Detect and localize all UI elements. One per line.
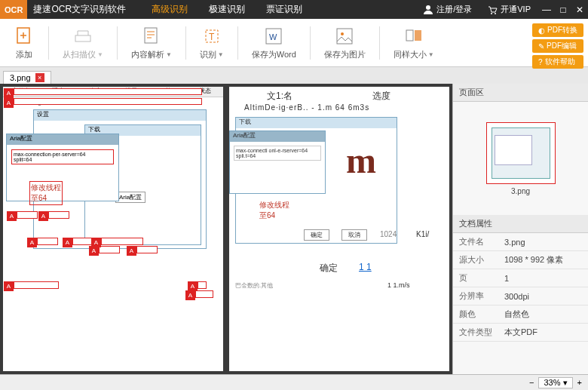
attr-v-2: 1 [498,269,588,287]
toolbar-recognize-label: 识别 [200,49,216,60]
svg-point-1 [491,13,492,14]
r-subrow: AltimDe·ig·erB.. - 1.m 64 6m3s [244,103,369,112]
toolbar-scanner-label: 从扫描仪 [63,49,96,60]
scanner-icon [72,26,93,47]
workarea: 文件名 通度 速度 进展 时间 状态 A Altium Designer 8 1… [0,84,588,374]
auth-button[interactable]: 注册/登录 [415,4,479,15]
toolbar-add[interactable]: 添加 [0,19,48,67]
pill-help[interactable]: ?软件帮助 [532,55,583,69]
recognize-icon: T [201,26,222,47]
save-word-icon: W [263,26,284,47]
aria-body: max-connection-per-server=64 split=64 [11,149,114,164]
pill-help-label: 软件帮助 [545,57,575,67]
side-panel: 页面区 3.png 文档属性 文件名3.png 源大小1098 * 992 像素… [452,84,588,374]
thumb-caption: 3.png [511,187,530,195]
toolbar-same-size[interactable]: 同样大小▼ [380,19,448,67]
svg-text:W: W [269,32,277,41]
attr-k-5: 文件类型 [453,324,498,342]
toolbar-save-word-label: 保存为Word [252,49,296,60]
close-button[interactable]: ✕ [571,5,588,15]
app-name: 捷速OCR文字识别软件 [33,3,126,16]
zoom-in-button[interactable]: + [577,378,582,387]
attr-v-4: 自然色 [498,306,588,324]
r-k1i: K1i/ [416,230,429,238]
tab-fast[interactable]: 极速识别 [198,0,256,19]
toolbar-same-size-label: 同样大小 [394,49,427,60]
toolbar-scanner[interactable]: 从扫描仪▼ [49,19,117,67]
user-icon [423,5,433,15]
zoom-label: 33% [544,378,560,387]
toolbar-recognize[interactable]: T 识别▼ [186,19,237,67]
parse-icon [141,26,162,47]
attr-v-3: 300dpi [498,287,588,306]
vip-button[interactable]: 开通VIP [479,4,538,15]
svg-text:T: T [209,32,215,42]
window-controls: — □ ✕ [538,5,588,15]
r-1024: 1024 [380,230,397,238]
result-pane[interactable]: 文1:名 选度 AltimDe·ig·erB.. - 1.m 64 6m3s 下… [229,87,449,371]
source-pane[interactable]: 文件名 通度 速度 进展 时间 状态 A Altium Designer 8 1… [3,87,223,371]
toolbar-save-image[interactable]: 保存为图片 [311,19,379,67]
r-aria-body: max-connecti onl-e-rserver=64 spli.t=64 [234,146,321,161]
svg-rect-4 [75,35,90,41]
pill-pdf-edit-label: PDF编辑 [547,41,577,51]
r-bottomval: 1 1.m/s [387,281,410,289]
toolbar-save-image-label: 保存为图片 [324,49,366,60]
svg-rect-5 [145,28,157,43]
pill-pdf-convert[interactable]: ◐PDF转换 [532,23,583,37]
minimize-button[interactable]: — [538,5,555,15]
editor-columns: 文件名 通度 速度 进展 时间 状态 A Altium Designer 8 1… [0,84,452,374]
file-tab-label: 3.png [10,73,31,82]
svg-point-0 [426,5,430,10]
svg-point-2 [495,13,496,14]
table-row: 文件名3.png [453,233,588,251]
table-row: 文件类型本文PDF [453,324,588,342]
toolbar-parse-label: 内容解析 [131,49,164,60]
toolbar-parse[interactable]: 内容解析▼ [118,19,185,67]
red-text-left: 修改线程 至64 [29,181,63,205]
attr-k-1: 源大小 [453,251,498,269]
r-bottom: 巴金数的.其他 [235,281,273,290]
add-file-icon [14,26,35,47]
r-title: 文1:名 [267,90,292,103]
app-logo: OCR [0,0,27,19]
file-tab[interactable]: 3.png × [3,71,51,84]
zoom-value[interactable]: 33% ▾ [538,377,572,388]
titlebar: OCR 捷速OCR文字识别软件 高级识别 极速识别 票证识别 注册/登录 开通V… [0,0,588,19]
r-title2: 选度 [372,90,390,103]
svg-rect-12 [406,30,413,41]
page-thumbnail[interactable] [486,122,556,184]
pill-pdf-convert-label: PDF转换 [547,25,577,35]
attr-k-2: 页 [453,269,498,287]
auth-label: 注册/登录 [436,4,472,15]
tab-advanced[interactable]: 高级识别 [141,0,198,19]
toolbar: 添加 从扫描仪▼ 内容解析▼ T 识别▼ W 保存为Word 保存为图片 同样大… [0,19,588,67]
pill-pdf-edit[interactable]: ✎PDF编辑 [532,39,583,53]
file-tab-close[interactable]: × [35,73,44,82]
r-cancel: 取消 [341,229,367,241]
r-confirm: 确定 [320,262,338,275]
dlg-settings-title: 设置 [34,111,49,118]
aria-btn: Aria配置 [115,192,145,203]
table-row: 分辨率300dpi [453,287,588,306]
r-11: 1 1 [359,262,372,272]
tab-invoice[interactable]: 票证识别 [256,0,313,19]
table-row: 页1 [453,269,588,287]
file-tabstrip: 3.png × [0,67,588,84]
svg-point-11 [341,32,344,35]
svg-rect-10 [337,29,352,44]
cart-icon [487,5,498,15]
svg-rect-13 [415,30,421,41]
dlg-download-title: 下载 [85,126,100,133]
same-size-icon [403,26,424,47]
toolbar-add-label: 添加 [16,49,32,60]
dlg-aria-title: Aria配置 [7,135,32,142]
toolbar-right: ◐PDF转换 ✎PDF编辑 ?软件帮助 [532,23,583,69]
side-pagearea-hdr: 页面区 [453,84,588,102]
attr-v-5: 本文PDF [498,324,588,342]
statusbar: − 33% ▾ + [0,374,588,390]
zoom-out-button[interactable]: − [529,378,534,387]
toolbar-save-word[interactable]: W 保存为Word [238,19,310,67]
maximize-button[interactable]: □ [555,5,571,15]
thumb-area[interactable]: 3.png [453,102,588,215]
